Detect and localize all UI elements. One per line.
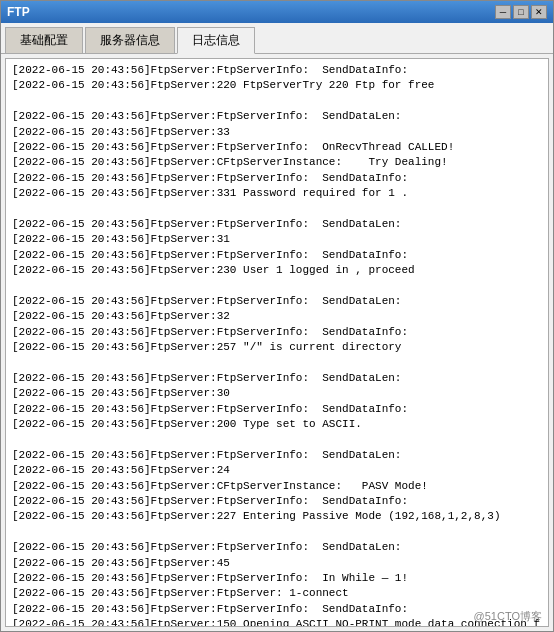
log-line: [2022-06-15 20:43:56]FtpServer:331 Passw… [12, 186, 542, 201]
log-line: [2022-06-15 20:43:56]FtpServer:150 Openi… [12, 617, 542, 627]
log-line: [2022-06-15 20:43:56]FtpServer:24 [12, 463, 542, 478]
log-line: [2022-06-15 20:43:56]FtpServer:CFtpServe… [12, 155, 542, 170]
log-line: [2022-06-15 20:43:56]FtpServer:FtpServer… [12, 602, 542, 617]
log-line: [2022-06-15 20:43:56]FtpServer:FtpServer… [12, 217, 542, 232]
log-line: [2022-06-15 20:43:56]FtpServer:FtpServer… [12, 325, 542, 340]
log-line: [2022-06-15 20:43:56]FtpServer:45 [12, 556, 542, 571]
log-line [12, 432, 542, 447]
log-line: [2022-06-15 20:43:56]FtpServer:FtpServer… [12, 171, 542, 186]
log-line: [2022-06-15 20:43:56]FtpServer:FtpServer… [12, 540, 542, 555]
tab-server-info[interactable]: 服务器信息 [85, 27, 175, 53]
close-button[interactable]: ✕ [531, 5, 547, 19]
title-bar: FTP ─ □ ✕ [1, 1, 553, 23]
log-line: [2022-06-15 20:43:56]FtpServer:FtpServer… [12, 586, 542, 601]
log-line: [2022-06-15 20:43:56]FtpServer:FtpServer… [12, 248, 542, 263]
log-line [12, 355, 542, 370]
log-line: [2022-06-15 20:43:56]FtpServer:FtpServer… [12, 63, 542, 78]
log-line [12, 525, 542, 540]
log-line [12, 94, 542, 109]
log-line: [2022-06-15 20:43:56]FtpServer:FtpServer… [12, 294, 542, 309]
watermark: @51CTO博客 [474, 609, 542, 624]
log-line [12, 278, 542, 293]
log-line: [2022-06-15 20:43:56]FtpServer:FtpServer… [12, 494, 542, 509]
log-line: [2022-06-15 20:43:56]FtpServer:220 FtpSe… [12, 78, 542, 93]
log-line: [2022-06-15 20:43:56]FtpServer:200 Type … [12, 417, 542, 432]
tab-bar: 基础配置 服务器信息 日志信息 [1, 23, 553, 54]
log-line: [2022-06-15 20:43:56]FtpServer:257 "/" i… [12, 340, 542, 355]
maximize-button[interactable]: □ [513, 5, 529, 19]
main-window: FTP ─ □ ✕ 基础配置 服务器信息 日志信息 [2022-06-15 20… [0, 0, 554, 632]
log-line: [2022-06-15 20:43:56]FtpServer:CFtpServe… [12, 479, 542, 494]
log-line: [2022-06-15 20:43:56]FtpServer:FtpServer… [12, 371, 542, 386]
log-line: [2022-06-15 20:43:56]FtpServer:FtpServer… [12, 402, 542, 417]
log-line: [2022-06-15 20:43:56]FtpServer:FtpServer… [12, 571, 542, 586]
tab-log-info[interactable]: 日志信息 [177, 27, 255, 54]
tab-basic-config[interactable]: 基础配置 [5, 27, 83, 53]
log-line [12, 202, 542, 217]
log-line: [2022-06-15 20:43:56]FtpServer:FtpServer… [12, 140, 542, 155]
log-line: [2022-06-15 20:43:56]FtpServer:FtpServer… [12, 448, 542, 463]
window-title: FTP [7, 5, 495, 19]
log-line: [2022-06-15 20:43:56]FtpServer:32 [12, 309, 542, 324]
log-line: [2022-06-15 20:43:56]FtpServer:31 [12, 232, 542, 247]
log-line: [2022-06-15 20:43:56]FtpServer:30 [12, 386, 542, 401]
log-line: [2022-06-15 20:43:56]FtpServer:33 [12, 125, 542, 140]
window-controls: ─ □ ✕ [495, 5, 547, 19]
log-line: [2022-06-15 20:43:56]FtpServer:227 Enter… [12, 509, 542, 524]
log-area[interactable]: [2022-06-15 20:43:56]FtpServer:FtpServer… [5, 58, 549, 627]
log-line: [2022-06-15 20:43:56]FtpServer:FtpServer… [12, 109, 542, 124]
minimize-button[interactable]: ─ [495, 5, 511, 19]
log-line: [2022-06-15 20:43:56]FtpServer:230 User … [12, 263, 542, 278]
